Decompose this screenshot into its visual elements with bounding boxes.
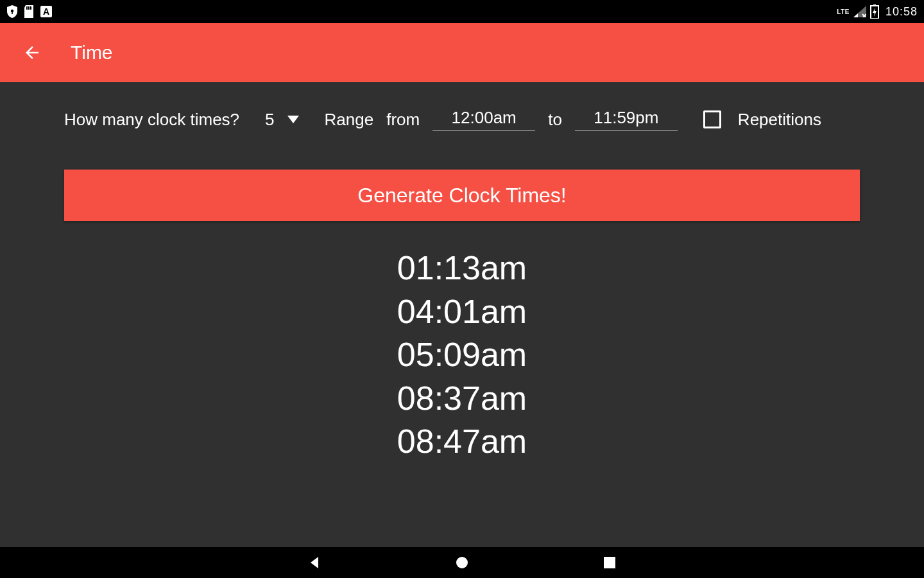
content-area: How many clock times? 5 Range from 12:00… xyxy=(0,82,924,547)
status-clock: 10:58 xyxy=(886,5,918,19)
letter-a-badge-icon: A xyxy=(40,5,53,18)
nav-back-button[interactable] xyxy=(305,553,324,572)
back-button[interactable] xyxy=(19,40,45,66)
status-right: LTE 10:58 xyxy=(837,4,918,19)
range-to-input[interactable]: 11:59pm xyxy=(575,108,678,131)
generate-button[interactable]: Generate Clock Times! xyxy=(64,170,860,221)
chevron-down-icon xyxy=(287,116,299,123)
nav-recent-button[interactable] xyxy=(600,553,619,572)
repetitions-checkbox[interactable] xyxy=(703,110,721,128)
svg-rect-10 xyxy=(604,557,615,568)
result-item: 08:37am xyxy=(397,377,527,421)
square-recent-icon xyxy=(603,556,617,570)
page-title: Time xyxy=(71,42,113,64)
result-item: 05:09am xyxy=(397,333,527,377)
navigation-bar xyxy=(0,547,924,578)
result-item: 08:47am xyxy=(397,420,527,464)
result-item: 01:13am xyxy=(397,247,527,290)
lte-icon: LTE xyxy=(837,8,850,15)
result-item: 04:01am xyxy=(397,290,527,334)
svg-text:A: A xyxy=(43,6,49,17)
svg-rect-4 xyxy=(30,6,31,10)
how-many-label: How many clock times? xyxy=(64,110,239,130)
range-label: Range xyxy=(325,110,374,130)
status-left: A xyxy=(6,5,53,18)
to-label: to xyxy=(548,110,562,130)
app-bar: Time xyxy=(0,23,924,82)
from-label: from xyxy=(386,110,420,130)
count-value: 5 xyxy=(265,110,274,130)
arrow-left-icon xyxy=(22,43,42,62)
svg-rect-1 xyxy=(12,12,13,14)
svg-point-0 xyxy=(11,10,13,12)
nav-home-button[interactable] xyxy=(452,553,472,572)
shield-icon xyxy=(6,5,18,18)
svg-rect-2 xyxy=(26,6,28,10)
sd-card-icon xyxy=(23,5,35,18)
battery-charging-icon xyxy=(870,4,879,19)
range-from-input[interactable]: 12:00am xyxy=(432,108,535,131)
circle-home-icon xyxy=(454,555,470,570)
signal-icon xyxy=(853,6,866,17)
status-bar: A LTE 10:58 xyxy=(0,0,924,23)
results-list: 01:13am 04:01am 05:09am 08:37am 08:47am xyxy=(64,247,860,464)
svg-point-9 xyxy=(456,557,468,568)
controls-row: How many clock times? 5 Range from 12:00… xyxy=(64,108,860,131)
triangle-back-icon xyxy=(307,555,322,570)
count-select[interactable]: 5 xyxy=(265,110,298,130)
svg-rect-3 xyxy=(28,6,30,10)
repetitions-label: Repetitions xyxy=(738,110,821,130)
